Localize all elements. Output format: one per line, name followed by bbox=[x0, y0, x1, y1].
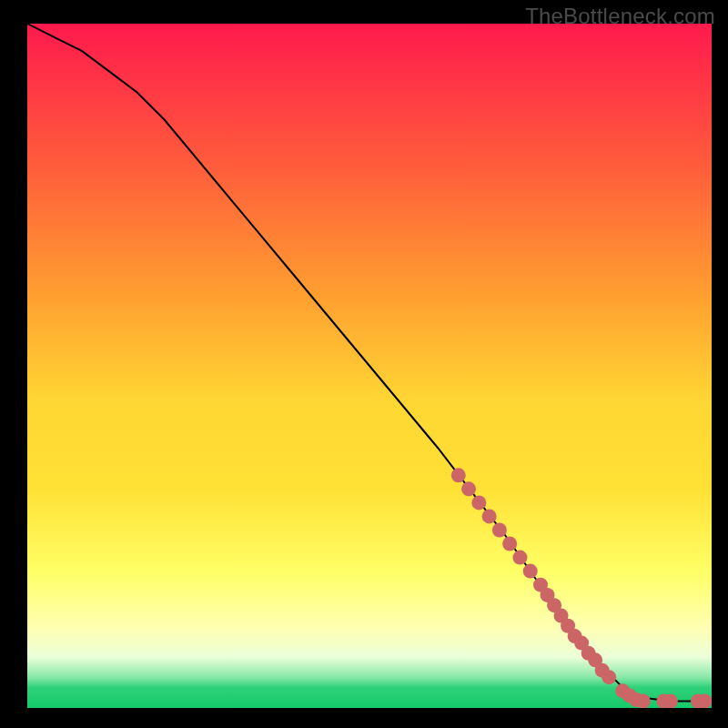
curve-line bbox=[27, 24, 712, 701]
chart-frame: TheBottleneck.com bbox=[0, 0, 728, 728]
marker-dot bbox=[471, 495, 486, 510]
plot-area bbox=[27, 24, 712, 708]
chart-svg bbox=[27, 24, 712, 708]
marker-dot bbox=[663, 693, 678, 708]
marker-dot bbox=[636, 693, 651, 708]
marker-dot bbox=[461, 481, 476, 496]
marker-dot bbox=[492, 522, 507, 537]
marker-dot bbox=[502, 537, 517, 551]
watermark-text: TheBottleneck.com bbox=[525, 4, 715, 29]
marker-dot bbox=[602, 670, 616, 684]
series-curve bbox=[27, 24, 712, 701]
markers-group bbox=[451, 468, 712, 708]
marker-dot bbox=[482, 509, 497, 523]
marker-dot bbox=[523, 564, 538, 579]
marker-dot bbox=[512, 551, 527, 565]
marker-dot bbox=[451, 468, 466, 482]
